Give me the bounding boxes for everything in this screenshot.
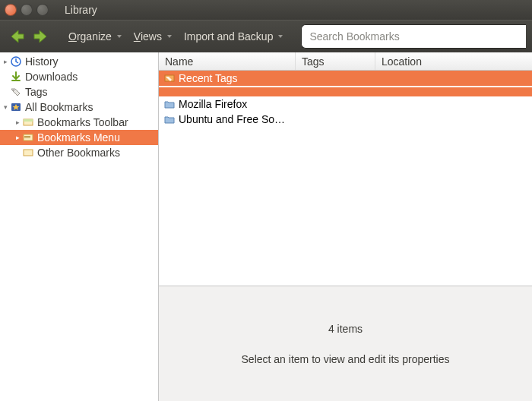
bookmarks-icon (10, 101, 22, 113)
list-item-ubuntu-free-software[interactable]: Ubuntu and Free So… (159, 112, 532, 127)
back-button[interactable] (6, 26, 27, 47)
tag-icon (10, 86, 22, 98)
list-selection-extension (159, 86, 532, 96)
sidebar-item-bookmarks-menu[interactable]: ▸ Bookmarks Menu (0, 130, 158, 145)
svg-rect-8 (24, 150, 33, 156)
clock-icon (10, 55, 22, 68)
column-headers: Name Tags Location (159, 52, 532, 71)
organize-menu[interactable]: Organize (64, 27, 126, 46)
minimize-icon[interactable] (21, 4, 33, 16)
content-pane: Name Tags Location Recent Tags Mozilla F… (159, 52, 532, 401)
sidebar-item-label: Other Bookmarks (37, 147, 120, 159)
details-hint: Select an item to view and edit its prop… (242, 353, 450, 365)
column-header-location[interactable]: Location (375, 52, 532, 70)
arrow-left-icon (8, 27, 26, 46)
sidebar-item-label: Downloads (25, 71, 78, 83)
column-header-tags[interactable]: Tags (296, 52, 375, 70)
item-count: 4 items (328, 323, 363, 335)
sidebar-item-history[interactable]: ▸ History (0, 54, 158, 69)
arrow-right-icon (32, 27, 50, 46)
svg-rect-4 (24, 119, 33, 122)
views-menu[interactable]: Views (129, 27, 176, 46)
folder-other-icon (22, 147, 34, 159)
list-item-label: Recent Tags (179, 72, 532, 84)
sidebar-item-label: Bookmarks Toolbar (37, 116, 128, 128)
expander-icon[interactable]: ▸ (14, 118, 21, 126)
menu-label: Import and Backup (184, 30, 274, 43)
forward-button[interactable] (30, 26, 52, 47)
folder-toolbar-icon (22, 116, 34, 128)
window-title: Library (65, 4, 97, 16)
column-header-name[interactable]: Name (159, 52, 296, 70)
main-area: ▸ History Downloads Tags ▾ All (0, 52, 532, 401)
list-body[interactable]: Recent Tags Mozilla Firefox Ubuntu and F… (159, 71, 532, 286)
expander-icon[interactable]: ▸ (2, 58, 9, 65)
sidebar-item-all-bookmarks[interactable]: ▾ All Bookmarks (0, 99, 158, 115)
list-item-recent-tags[interactable]: Recent Tags (159, 71, 532, 86)
details-pane: 4 items Select an item to view and edit … (159, 286, 532, 401)
toolbar: Organize Views Import and Backup (0, 20, 532, 52)
titlebar: Library (0, 0, 532, 20)
chevron-down-icon (117, 35, 122, 38)
sidebar-item-label: Tags (25, 86, 48, 98)
close-icon[interactable] (5, 4, 17, 16)
maximize-icon[interactable] (36, 4, 49, 16)
svg-point-1 (13, 90, 14, 91)
expander-icon[interactable]: ▸ (14, 134, 21, 141)
sidebar-item-label: All Bookmarks (25, 101, 93, 113)
folder-icon (163, 98, 176, 110)
list-item-mozilla-firefox[interactable]: Mozilla Firefox (159, 96, 532, 112)
import-backup-menu[interactable]: Import and Backup (179, 27, 288, 46)
sidebar-item-tags[interactable]: Tags (0, 84, 158, 99)
svg-rect-6 (24, 136, 30, 137)
folder-tag-icon (163, 72, 176, 84)
chevron-down-icon (278, 35, 283, 38)
sidebar-item-bookmarks-toolbar[interactable]: ▸ Bookmarks Toolbar (0, 115, 158, 130)
list-item-label: Mozilla Firefox (179, 98, 532, 110)
expander-icon[interactable]: ▾ (2, 103, 9, 111)
download-icon (10, 71, 22, 83)
chevron-down-icon (167, 35, 172, 38)
sidebar-item-label: Bookmarks Menu (37, 131, 120, 144)
sidebar-item-other-bookmarks[interactable]: Other Bookmarks (0, 145, 158, 160)
menu-label: Views (134, 30, 162, 43)
search-input[interactable] (301, 24, 526, 49)
sidebar: ▸ History Downloads Tags ▾ All (0, 52, 159, 401)
list-item-label: Ubuntu and Free So… (179, 113, 532, 125)
folder-menu-icon (22, 131, 34, 144)
folder-icon (163, 113, 176, 125)
menu-label: Organize (68, 30, 112, 43)
sidebar-item-downloads[interactable]: Downloads (0, 69, 158, 84)
svg-rect-7 (24, 137, 30, 138)
sidebar-item-label: History (25, 55, 59, 68)
